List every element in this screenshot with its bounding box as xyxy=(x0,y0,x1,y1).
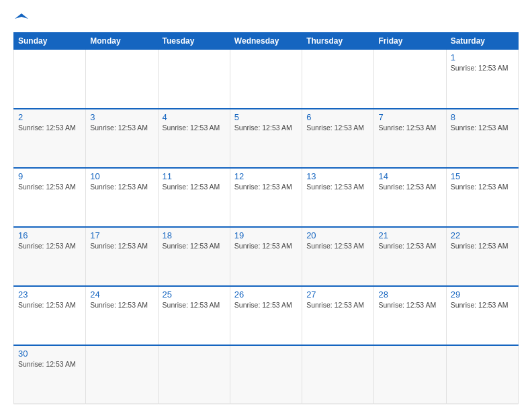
header xyxy=(13,13,519,24)
calendar-cell: 23Sunrise: 12:53 AM xyxy=(14,286,86,345)
calendar-week-4: 16Sunrise: 12:53 AM17Sunrise: 12:53 AM18… xyxy=(14,227,519,286)
calendar-cell: 14Sunrise: 12:53 AM xyxy=(374,168,446,227)
day-sunrise: Sunrise: 12:53 AM xyxy=(378,301,436,309)
calendar-cell: 15Sunrise: 12:53 AM xyxy=(446,168,518,227)
calendar-cell xyxy=(446,345,518,404)
day-number: 13 xyxy=(306,171,369,181)
day-sunrise: Sunrise: 12:53 AM xyxy=(378,242,436,250)
day-sunrise: Sunrise: 12:53 AM xyxy=(18,183,76,191)
calendar-cell: 8Sunrise: 12:53 AM xyxy=(446,109,518,168)
calendar-cell xyxy=(302,345,374,404)
day-number: 27 xyxy=(306,289,369,300)
day-sunrise: Sunrise: 12:53 AM xyxy=(306,301,364,309)
header-monday: Monday xyxy=(86,33,158,50)
calendar-cell xyxy=(230,50,302,109)
calendar-cell xyxy=(158,345,230,404)
calendar-cell: 17Sunrise: 12:53 AM xyxy=(86,227,158,286)
day-number: 17 xyxy=(90,230,153,240)
day-number: 4 xyxy=(163,112,226,122)
day-sunrise: Sunrise: 12:53 AM xyxy=(306,124,364,132)
day-sunrise: Sunrise: 12:53 AM xyxy=(18,242,76,250)
calendar-cell: 12Sunrise: 12:53 AM xyxy=(230,168,302,227)
calendar-cell: 18Sunrise: 12:53 AM xyxy=(158,227,230,286)
calendar-cell: 20Sunrise: 12:53 AM xyxy=(302,227,374,286)
header-thursday: Thursday xyxy=(302,33,374,50)
day-sunrise: Sunrise: 12:53 AM xyxy=(451,183,508,191)
calendar-cell: 16Sunrise: 12:53 AM xyxy=(14,227,86,286)
header-wednesday: Wednesday xyxy=(230,33,302,50)
calendar-cell xyxy=(158,50,230,109)
calendar-cell: 30Sunrise: 12:53 AM xyxy=(14,345,86,404)
calendar-cell xyxy=(374,50,446,109)
calendar-cell: 9Sunrise: 12:53 AM xyxy=(14,168,86,227)
day-sunrise: Sunrise: 12:53 AM xyxy=(163,242,220,250)
logo xyxy=(13,13,28,24)
day-number: 18 xyxy=(163,230,226,240)
calendar-cell xyxy=(86,50,158,109)
day-number: 1 xyxy=(451,52,514,62)
logo-bird-icon xyxy=(15,13,28,24)
day-number: 15 xyxy=(451,171,514,181)
day-number: 3 xyxy=(90,112,153,122)
day-number: 21 xyxy=(378,230,441,240)
day-number: 28 xyxy=(378,289,441,300)
calendar-cell: 13Sunrise: 12:53 AM xyxy=(302,168,374,227)
calendar-week-1: 1Sunrise: 12:53 AM xyxy=(14,50,519,109)
calendar-cell: 25Sunrise: 12:53 AM xyxy=(158,286,230,345)
day-sunrise: Sunrise: 12:53 AM xyxy=(378,124,436,132)
calendar-week-6: 30Sunrise: 12:53 AM xyxy=(14,345,519,404)
day-number: 5 xyxy=(234,112,298,122)
day-number: 2 xyxy=(18,112,81,122)
day-sunrise: Sunrise: 12:53 AM xyxy=(234,183,292,191)
calendar-week-2: 2Sunrise: 12:53 AM3Sunrise: 12:53 AM4Sun… xyxy=(14,109,519,168)
calendar-cell xyxy=(230,345,302,404)
calendar-cell xyxy=(86,345,158,404)
header-saturday: Saturday xyxy=(446,33,518,50)
calendar-cell: 28Sunrise: 12:53 AM xyxy=(374,286,446,345)
day-sunrise: Sunrise: 12:53 AM xyxy=(18,360,76,368)
calendar-cell xyxy=(374,345,446,404)
calendar-table: SundayMondayTuesdayWednesdayThursdayFrid… xyxy=(13,32,519,404)
day-number: 23 xyxy=(18,289,81,300)
day-number: 19 xyxy=(234,230,298,240)
day-number: 16 xyxy=(18,230,81,240)
day-number: 7 xyxy=(378,112,441,122)
calendar-cell xyxy=(302,50,374,109)
day-sunrise: Sunrise: 12:53 AM xyxy=(90,183,148,191)
calendar-cell: 11Sunrise: 12:53 AM xyxy=(158,168,230,227)
calendar-cell: 26Sunrise: 12:53 AM xyxy=(230,286,302,345)
day-number: 29 xyxy=(451,289,514,300)
day-sunrise: Sunrise: 12:53 AM xyxy=(90,242,148,250)
day-sunrise: Sunrise: 12:53 AM xyxy=(378,183,436,191)
day-sunrise: Sunrise: 12:53 AM xyxy=(451,64,508,72)
day-number: 30 xyxy=(18,349,81,359)
day-sunrise: Sunrise: 12:53 AM xyxy=(163,124,220,132)
day-sunrise: Sunrise: 12:53 AM xyxy=(163,301,220,309)
header-tuesday: Tuesday xyxy=(158,33,230,50)
calendar-cell: 4Sunrise: 12:53 AM xyxy=(158,109,230,168)
calendar-cell: 6Sunrise: 12:53 AM xyxy=(302,109,374,168)
svg-marker-0 xyxy=(15,13,28,19)
calendar-cell: 19Sunrise: 12:53 AM xyxy=(230,227,302,286)
day-number: 25 xyxy=(163,289,226,300)
day-sunrise: Sunrise: 12:53 AM xyxy=(18,301,76,309)
day-sunrise: Sunrise: 12:53 AM xyxy=(306,183,364,191)
calendar-cell: 24Sunrise: 12:53 AM xyxy=(86,286,158,345)
day-sunrise: Sunrise: 12:53 AM xyxy=(451,242,508,250)
calendar-cell: 10Sunrise: 12:53 AM xyxy=(86,168,158,227)
calendar-cell: 3Sunrise: 12:53 AM xyxy=(86,109,158,168)
day-sunrise: Sunrise: 12:53 AM xyxy=(306,242,364,250)
header-sunday: Sunday xyxy=(14,33,86,50)
day-number: 26 xyxy=(234,289,298,300)
day-sunrise: Sunrise: 12:53 AM xyxy=(451,124,508,132)
calendar-cell: 22Sunrise: 12:53 AM xyxy=(446,227,518,286)
calendar-cell: 7Sunrise: 12:53 AM xyxy=(374,109,446,168)
calendar-header-row: SundayMondayTuesdayWednesdayThursdayFrid… xyxy=(14,33,519,50)
day-number: 6 xyxy=(306,112,369,122)
calendar-week-3: 9Sunrise: 12:53 AM10Sunrise: 12:53 AM11S… xyxy=(14,168,519,227)
day-number: 11 xyxy=(163,171,226,181)
day-sunrise: Sunrise: 12:53 AM xyxy=(451,301,508,309)
calendar-cell: 1Sunrise: 12:53 AM xyxy=(446,50,518,109)
day-sunrise: Sunrise: 12:53 AM xyxy=(234,124,292,132)
day-sunrise: Sunrise: 12:53 AM xyxy=(18,124,76,132)
